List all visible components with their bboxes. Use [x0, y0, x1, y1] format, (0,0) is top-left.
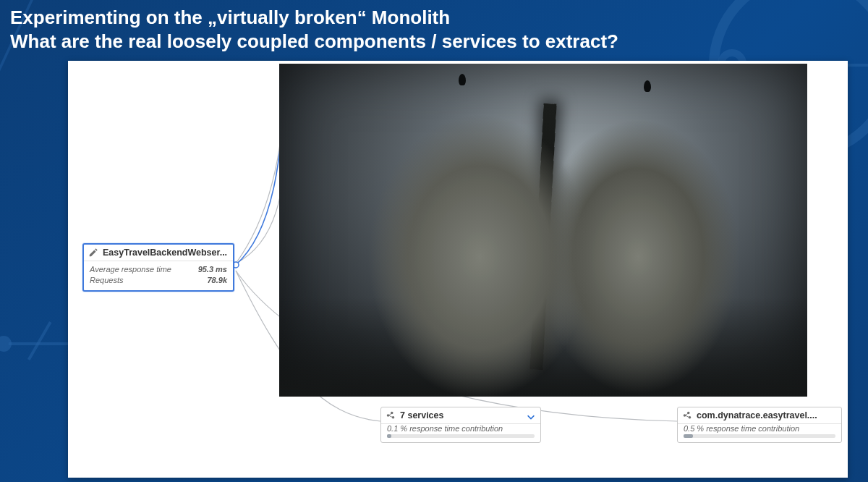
metric-label: Average response time — [90, 264, 171, 275]
slide: Experimenting on the „virtually broken“ … — [0, 0, 868, 482]
node-com-dynatrace[interactable]: com.dynatrace.easytravel.... 0.5 % respo… — [677, 407, 842, 443]
split-rock-image — [279, 64, 807, 397]
title-line-1: Experimenting on the „virtually broken“ … — [10, 7, 450, 28]
title-line-2: What are the real loosely coupled compon… — [10, 30, 618, 52]
node-seven-services[interactable]: 7 services 0.1 % response time contribut… — [380, 407, 541, 443]
node-title: 7 services — [400, 410, 443, 420]
metric-label: Requests — [90, 275, 123, 286]
metric-value: 78.9k — [207, 275, 227, 286]
node-easytravel-backend[interactable]: EasyTravelBackendWebser... Average respo… — [82, 243, 234, 292]
contribution-bar — [387, 434, 535, 438]
slide-title: Experimenting on the „virtually broken“ … — [10, 6, 858, 53]
pencil-icon — [88, 248, 98, 258]
node-title: EasyTravelBackendWebser... — [103, 248, 227, 258]
diagram-panel: EasyTravelBackendWebser... Average respo… — [68, 61, 848, 478]
contribution-bar — [684, 434, 835, 438]
chevron-down-icon[interactable] — [526, 412, 536, 422]
node-header: 7 services — [381, 407, 540, 424]
node-title: com.dynatrace.easytravel.... — [697, 410, 817, 420]
node-header: com.dynatrace.easytravel.... — [678, 407, 841, 424]
node-header: EasyTravelBackendWebser... — [84, 245, 233, 261]
contribution-text: 0.5 % response time contribution — [678, 424, 841, 434]
metric-value: 95.3 ms — [198, 264, 227, 275]
contribution-text: 0.1 % response time contribution — [381, 424, 540, 434]
services-icon — [386, 410, 396, 420]
services-icon — [682, 410, 692, 420]
node-body: Average response time 95.3 ms Requests 7… — [84, 261, 233, 290]
